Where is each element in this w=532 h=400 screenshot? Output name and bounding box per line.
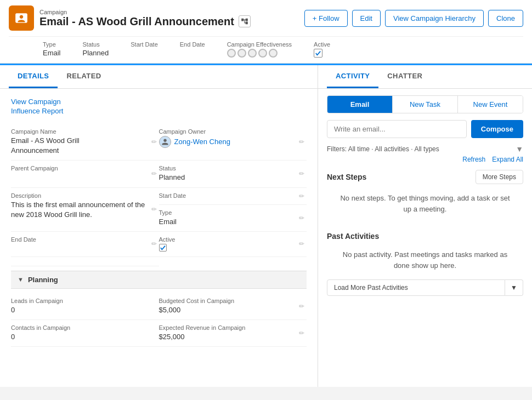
campaign-owner-edit[interactable]: ✏ [299, 138, 304, 146]
field-active-right [11, 257, 159, 266]
campaign-name-edit[interactable]: ✏ [151, 138, 157, 146]
active-checkbox[interactable] [314, 49, 322, 58]
campaign-owner-row: Zong-Wen Cheng [159, 136, 294, 148]
sub-tab-new-event[interactable]: New Event [458, 96, 523, 113]
hierarchy-icon-button[interactable] [239, 15, 251, 27]
past-activities-header: Past Activities [327, 232, 523, 241]
edit-button[interactable]: Edit [352, 10, 381, 27]
owner-name[interactable]: Zong-Wen Cheng [174, 137, 230, 147]
email-compose-input[interactable] [327, 120, 467, 138]
parent-campaign-edit[interactable]: ✏ [151, 170, 157, 178]
sub-tab-new-task[interactable]: New Task [393, 96, 458, 113]
field-campaign-name: Campaign Name Email - AS Wood GrillAnnou… [11, 124, 159, 161]
active-field-checkbox[interactable] [159, 244, 167, 252]
page-title: Email - AS Wood Grill Announcement [39, 15, 234, 28]
next-steps-title: Next Steps [327, 173, 380, 181]
planning-section-header[interactable]: ▼ Planning [11, 271, 307, 289]
field-description: Description This is the first email anno… [11, 188, 159, 232]
start-date-edit[interactable]: ✏ [299, 192, 304, 200]
left-tab-bar: DETAILS RELATED [0, 65, 318, 89]
tab-chatter[interactable]: CHATTER [378, 65, 431, 88]
left-panel: DETAILS RELATED View Campaign Influence … [0, 65, 318, 387]
status-field-value: Planned [159, 173, 294, 182]
activity-tab-bar: ACTIVITY CHATTER [318, 65, 532, 89]
next-steps-header: Next Steps More Steps [327, 170, 523, 184]
clone-button[interactable]: Clone [488, 10, 523, 27]
tab-activity[interactable]: ACTIVITY [327, 65, 378, 88]
filter-text: Filters: All time · All activities · All… [327, 145, 439, 153]
end-date-label: End Date [180, 41, 205, 48]
meta-type: Type Email [43, 41, 61, 58]
filter-icon[interactable]: ▼ [516, 145, 523, 153]
planning-chevron: ▼ [18, 276, 24, 283]
type-field-value: Email [159, 217, 294, 227]
meta-effectiveness: Campaign Effectiveness [227, 41, 292, 58]
expand-all-link[interactable]: Expand All [492, 156, 523, 163]
filter-row: Filters: All time · All activities · All… [327, 145, 523, 153]
effectiveness-label: Campaign Effectiveness [227, 41, 292, 48]
field-leads: Leads in Campaign 0 [11, 293, 159, 320]
past-activities-empty: No past activity. Past meetings and task… [327, 245, 523, 279]
view-campaign-link[interactable]: View Campaign [11, 98, 307, 106]
load-more-arrow-button[interactable]: ▼ [505, 279, 523, 296]
budgeted-cost-value: $5,000 [159, 305, 294, 315]
contacts-value: 0 [11, 332, 146, 342]
status-field-label: Status [159, 165, 294, 172]
status-edit[interactable]: ✏ [299, 170, 304, 178]
type-value: Email [43, 49, 61, 57]
compose-button[interactable]: Compose [471, 120, 523, 138]
campaign-owner-label: Campaign Owner [159, 128, 294, 135]
dot-3 [248, 49, 257, 58]
record-title-area: Campaign Email - AS Wood Grill Announcem… [39, 9, 251, 28]
type-edit[interactable]: ✏ [299, 214, 304, 222]
influence-report-link[interactable]: Influence Report [11, 107, 307, 115]
past-activities-section: Past Activities No past activity. Past m… [327, 232, 523, 296]
details-content: View Campaign Influence Report Campaign … [0, 89, 318, 356]
sub-tab-bar: Email New Task New Event [327, 95, 523, 113]
active-field-label: Active [159, 236, 294, 243]
meta-active: Active [314, 41, 330, 58]
field-status: Status Planned ✏ [159, 161, 307, 187]
view-hierarchy-button[interactable]: View Campaign Hierarchy [385, 10, 484, 27]
start-date-field-label: Start Date [159, 192, 294, 199]
field-budgeted-cost: Budgeted Cost in Campaign $5,000 ✏ [159, 293, 307, 320]
expected-revenue-label: Expected Revenue in Campaign [159, 324, 294, 331]
more-steps-button[interactable]: More Steps [476, 170, 523, 184]
load-more-row: Load More Past Activities ▼ [327, 279, 523, 296]
load-more-button[interactable]: Load More Past Activities [327, 279, 505, 296]
meta-start-date: Start Date [131, 41, 158, 58]
planning-fields-grid: Leads in Campaign 0 Budgeted Cost in Cam… [11, 289, 307, 347]
compose-row: Compose [327, 120, 523, 138]
campaign-name-value: Email - AS Wood GrillAnnouncement [11, 136, 146, 156]
active-label: Active [314, 41, 330, 48]
active-checkmark-icon [160, 245, 166, 250]
link-group: View Campaign Influence Report [11, 98, 307, 115]
description-edit[interactable]: ✏ [151, 205, 157, 213]
description-label: Description [11, 192, 146, 199]
refresh-link[interactable]: Refresh [462, 156, 485, 163]
field-parent-campaign: Parent Campaign ✏ [11, 161, 159, 187]
owner-avatar [159, 136, 171, 148]
end-date-field-label: End Date [11, 236, 146, 243]
field-campaign-owner: Campaign Owner Zong-Wen Cheng ✏ [159, 124, 307, 161]
tab-related[interactable]: RELATED [58, 65, 110, 88]
start-date-label: Start Date [131, 41, 158, 48]
budgeted-cost-edit[interactable]: ✏ [299, 302, 304, 310]
expected-revenue-edit[interactable]: ✏ [299, 329, 304, 337]
status-label: Status [83, 41, 109, 48]
type-field-label: Type [159, 209, 294, 216]
campaign-name-label: Campaign Name [11, 128, 146, 135]
record-title-row: Email - AS Wood Grill Announcement [39, 15, 251, 28]
campaign-icon [14, 11, 29, 25]
refresh-row: Refresh Expand All [327, 156, 523, 163]
fields-grid: Campaign Name Email - AS Wood GrillAnnou… [11, 124, 307, 266]
end-date-edit[interactable]: ✏ [151, 240, 157, 248]
checkmark-icon [315, 50, 321, 56]
type-label: Type [43, 41, 61, 48]
dot-1 [227, 49, 236, 58]
tab-details[interactable]: DETAILS [9, 65, 58, 88]
active-edit[interactable]: ✏ [299, 240, 304, 248]
budgeted-cost-label: Budgeted Cost in Campaign [159, 298, 294, 304]
sub-tab-email[interactable]: Email [327, 96, 393, 113]
follow-button[interactable]: + Follow [304, 10, 348, 27]
